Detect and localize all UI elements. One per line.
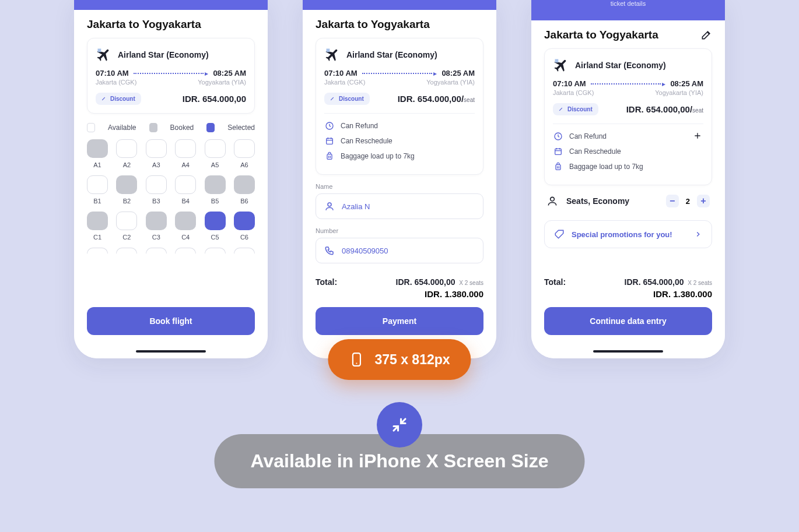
feature-refund: Can Refund (341, 122, 378, 130)
plus-icon[interactable] (693, 131, 702, 140)
seat-label: A4 (181, 161, 189, 168)
seat-label: B5 (211, 198, 219, 205)
depart-time: 07:10 AM (553, 79, 586, 88)
route-title: Jakarta to Yogyakarta (87, 18, 201, 31)
total-label: Total: (316, 277, 337, 287)
grand-total: IDR. 1.380.000 (316, 289, 483, 299)
payment-button[interactable]: Payment (316, 307, 483, 335)
seat-A1[interactable] (87, 139, 108, 158)
hero-hint: ticket details (611, 0, 646, 7)
decrement-button[interactable]: − (666, 195, 679, 207)
promo-text: Special promotions for you! (572, 230, 672, 239)
calendar-icon (553, 146, 563, 157)
mockup-ticket-details: ticket details Jakarta to Yogyakarta Air… (531, 0, 725, 358)
collapse-icon (391, 416, 408, 434)
seat-A3[interactable] (146, 139, 167, 158)
dimensions-text: 375 x 812px (374, 352, 450, 368)
mockup-passenger-form: Jakarta to Yogyakarta Airland Star (Econ… (303, 0, 496, 358)
swatch-available (87, 123, 95, 132)
feature-baggage: Baggage load up to 7kg (341, 152, 415, 160)
svg-rect-0 (98, 49, 101, 52)
seat-row-partial (87, 248, 255, 253)
depart-airport: Jakarta (CGK) (324, 79, 365, 86)
arrive-airport: Yogyakarta (YIA) (426, 79, 475, 86)
route-line: ▸ (362, 71, 437, 76)
seat-A4[interactable] (175, 139, 196, 158)
svg-point-12 (356, 362, 357, 364)
seat-A2[interactable] (116, 139, 137, 158)
seat-C2[interactable] (116, 212, 137, 230)
edit-icon[interactable] (700, 29, 712, 41)
name-input[interactable]: Azalia N (316, 193, 483, 219)
mockup-seat-selection: Jakarta to Yogyakarta Airland Star (Econ… (74, 0, 268, 358)
person-icon (324, 201, 335, 212)
discount-label: Discount (110, 96, 135, 102)
seat-partial[interactable] (175, 248, 196, 253)
increment-button[interactable]: + (697, 195, 710, 207)
svg-rect-3 (327, 138, 333, 144)
discount-chip[interactable]: Discount (324, 93, 370, 105)
route-title: Jakarta to Yogyakarta (316, 18, 430, 31)
header-banner (74, 0, 268, 10)
seat-C6[interactable] (234, 212, 255, 230)
seat-B5[interactable] (205, 175, 226, 194)
total-label: Total: (544, 277, 566, 287)
number-label: Number (316, 227, 483, 234)
seat-A5[interactable] (205, 139, 226, 158)
total-unit: IDR. 654.000,00 (396, 277, 455, 287)
continue-button[interactable]: Continue data entry (544, 307, 712, 335)
seat-A6[interactable] (234, 139, 255, 158)
flight-card: Airland Star (Economy) 07:10 AM ▸ 08:25 … (87, 38, 255, 114)
seat-B1[interactable] (87, 175, 108, 194)
svg-point-5 (328, 203, 331, 206)
seat-label: A6 (240, 161, 248, 168)
bottom-bar: Total: IDR. 654.000,00 X 2 seats IDR. 1.… (531, 269, 725, 358)
seat-label: C4 (181, 234, 190, 241)
svg-rect-6 (555, 59, 559, 63)
seat-C4[interactable] (175, 212, 196, 230)
seat-label: C2 (122, 234, 131, 241)
book-flight-button[interactable]: Book flight (87, 307, 255, 335)
seat-B3[interactable] (146, 175, 167, 194)
seat-B4[interactable] (175, 175, 196, 194)
seat-partial[interactable] (87, 248, 108, 253)
seats-label: Seats, Economy (566, 196, 629, 206)
seat-label: B6 (240, 198, 248, 205)
seat-C1[interactable] (87, 212, 108, 230)
discount-chip[interactable]: Discount (96, 93, 141, 105)
airplane-icon (96, 47, 112, 63)
seat-label: C6 (240, 234, 248, 241)
discount-label: Discount (339, 96, 364, 102)
seat-label: A5 (211, 161, 219, 168)
airplane-icon (553, 57, 569, 73)
airplane-icon (324, 47, 341, 63)
seat-partial[interactable] (205, 248, 226, 253)
seat-partial[interactable] (116, 248, 137, 253)
stepper-value: 2 (686, 197, 690, 206)
seat-B6[interactable] (234, 175, 255, 194)
seat-label: B3 (152, 198, 160, 205)
svg-rect-4 (327, 154, 332, 160)
swatch-booked (149, 123, 157, 132)
collapse-circle (377, 402, 422, 448)
airline-name: Airland Star (Economy) (118, 50, 209, 59)
seat-partial[interactable] (234, 248, 255, 253)
svg-rect-1 (327, 49, 330, 52)
number-input[interactable]: 08940509050 (316, 238, 483, 263)
seat-C3[interactable] (146, 212, 167, 230)
discount-chip[interactable]: Discount (553, 103, 598, 115)
name-value: Azalia N (342, 202, 370, 211)
phone-icon (324, 245, 335, 256)
seat-B2[interactable] (116, 175, 137, 194)
refund-icon (553, 131, 563, 142)
seat-label: C3 (152, 234, 160, 241)
seat-partial[interactable] (146, 248, 167, 253)
seat-C5[interactable] (205, 212, 226, 230)
legend-available: Available (108, 124, 136, 132)
depart-time: 07:10 AM (324, 69, 358, 77)
swatch-selected (206, 123, 215, 132)
baggage-icon (324, 151, 335, 161)
flight-price-per-seat: IDR. 654.000,00/seat (626, 104, 703, 114)
name-label: Name (316, 183, 483, 190)
promo-card[interactable]: Special promotions for you! (544, 220, 712, 248)
